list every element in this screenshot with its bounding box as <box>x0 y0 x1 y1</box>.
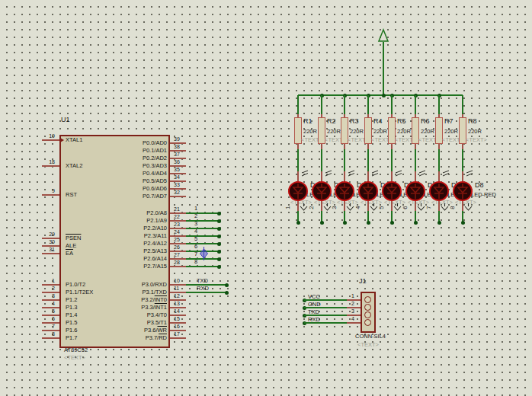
wire[interactable] <box>367 149 369 172</box>
pin-stub[interactable] <box>415 143 416 149</box>
wire-end[interactable] <box>437 221 441 225</box>
pin-stub[interactable] <box>321 143 322 149</box>
led-body[interactable] <box>405 181 425 201</box>
wire[interactable] <box>344 149 345 172</box>
net-label[interactable]: 1 <box>285 203 291 213</box>
led-body[interactable] <box>312 181 332 201</box>
schematic-canvas[interactable]: R1220R<TEXT>D1LED-RED<TEXT>R2220R<TEXT>D… <box>0 0 532 396</box>
wire[interactable] <box>462 95 463 115</box>
pin-stub[interactable] <box>391 200 393 212</box>
resistor-ref[interactable]: R1 <box>303 118 312 125</box>
wire[interactable] <box>344 95 345 115</box>
pin-stub[interactable] <box>438 143 440 149</box>
power-feed-wire[interactable] <box>383 42 384 95</box>
connector-ref[interactable]: J1 <box>359 278 367 285</box>
resistor-ref[interactable]: R6 <box>421 118 430 125</box>
mcu-part[interactable]: AT89C52 <box>64 347 88 353</box>
wire[interactable] <box>415 149 416 172</box>
resistor-ref[interactable]: R4 <box>373 118 383 125</box>
pin-stub[interactable] <box>462 143 463 149</box>
net-label[interactable]: 3 <box>191 221 200 227</box>
led-body[interactable] <box>429 181 449 201</box>
resistor-ref[interactable]: R5 <box>397 118 406 125</box>
pin-stub[interactable] <box>391 143 393 149</box>
power-terminal-icon[interactable] <box>377 28 389 43</box>
led-ref[interactable]: D8 <box>475 182 484 189</box>
pin-stub[interactable] <box>42 337 59 339</box>
net-label[interactable]: 5 <box>191 236 200 242</box>
pin-stub[interactable] <box>42 165 59 167</box>
wire-end[interactable] <box>320 221 324 225</box>
wire-end[interactable] <box>225 291 229 295</box>
wire[interactable] <box>321 95 322 115</box>
led-type[interactable]: LED-RED <box>471 192 496 198</box>
pin-stub[interactable] <box>367 200 369 212</box>
wire[interactable] <box>297 149 299 172</box>
led-body[interactable] <box>358 181 378 201</box>
resistor-ref[interactable]: R3 <box>350 118 359 125</box>
wire-end[interactable] <box>217 265 221 269</box>
resistor-value[interactable]: 220R <box>373 129 387 135</box>
mcu-ref[interactable]: U1 <box>61 117 70 123</box>
net-label[interactable]: TXD <box>197 278 208 284</box>
wire-end[interactable] <box>414 221 418 225</box>
connector-pin[interactable] <box>364 311 371 318</box>
wire[interactable] <box>415 95 416 115</box>
pin-stub[interactable] <box>367 143 369 149</box>
wire[interactable] <box>391 149 393 172</box>
wire-end[interactable] <box>217 250 221 254</box>
wire[interactable] <box>367 95 369 115</box>
resistor-value[interactable]: 220R <box>350 129 364 135</box>
led-body[interactable] <box>382 181 402 201</box>
resistor-ref[interactable]: R7 <box>444 118 453 125</box>
pin-stub[interactable] <box>297 143 299 149</box>
resistor-value[interactable]: 220R <box>421 129 434 135</box>
net-label[interactable]: 2 <box>309 203 315 213</box>
wire[interactable] <box>391 95 393 115</box>
wire[interactable] <box>438 149 440 172</box>
wire-end[interactable] <box>217 235 221 238</box>
wire-end[interactable] <box>217 212 221 216</box>
wire[interactable] <box>186 266 219 267</box>
wire-end[interactable] <box>461 221 465 225</box>
wire-end[interactable] <box>390 221 394 225</box>
net-label[interactable]: 5 <box>379 203 385 213</box>
net-label[interactable]: 8 <box>450 203 456 213</box>
pin-stub[interactable] <box>344 200 345 212</box>
wire-end[interactable] <box>217 227 221 231</box>
wire[interactable] <box>438 95 440 115</box>
mcu-ghost-label[interactable]: <TEXT> <box>64 355 85 361</box>
pin-stub[interactable] <box>170 266 186 267</box>
pin-stub[interactable] <box>462 200 463 212</box>
pin-stub[interactable] <box>438 200 440 212</box>
net-label[interactable]: 7 <box>426 203 432 213</box>
wire-end[interactable] <box>225 283 229 287</box>
wire[interactable] <box>297 95 299 115</box>
wire[interactable] <box>186 292 226 293</box>
net-label[interactable]: 6 <box>402 203 409 213</box>
net-label[interactable]: VCC <box>308 294 320 300</box>
pin-stub[interactable] <box>42 253 59 254</box>
net-label[interactable]: RXD <box>308 317 320 323</box>
net-label[interactable]: 3 <box>332 203 338 213</box>
resistor-ghost-label[interactable]: <TEXT> <box>466 137 487 143</box>
resistor-ref[interactable]: R2 <box>327 118 336 125</box>
resistor-value[interactable]: 220R <box>397 129 411 135</box>
resistor-value[interactable]: 220R <box>303 129 317 135</box>
net-label[interactable]: TXD <box>308 309 319 315</box>
led-body[interactable] <box>453 181 473 201</box>
connector-part[interactable]: CONN-SIL4 <box>355 334 386 340</box>
resistor-value[interactable]: 220R <box>327 129 341 135</box>
led-body[interactable] <box>288 181 308 201</box>
connector-ghost-label[interactable]: <TEXT> <box>357 342 379 348</box>
connector-pin[interactable] <box>364 319 371 326</box>
wire-end[interactable] <box>367 221 370 225</box>
net-label[interactable]: 1 <box>191 206 200 212</box>
pin-stub[interactable] <box>321 200 322 212</box>
pin-stub[interactable] <box>42 139 59 141</box>
pin-stub[interactable] <box>347 322 361 324</box>
wire-end[interactable] <box>217 242 221 246</box>
net-label[interactable]: 4 <box>191 228 200 235</box>
net-label[interactable]: GND <box>308 302 321 308</box>
net-label[interactable]: 2 <box>191 213 200 219</box>
